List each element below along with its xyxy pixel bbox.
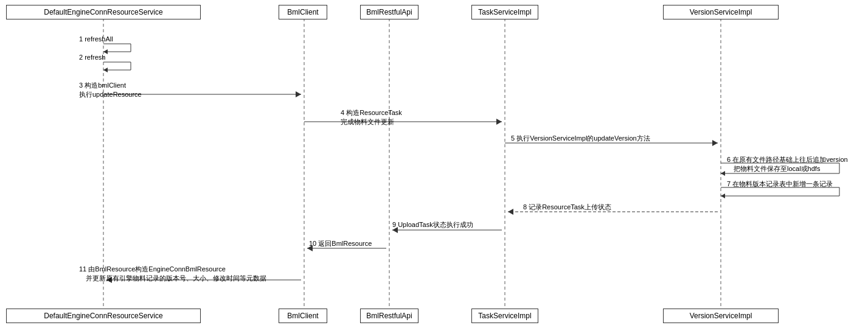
- msg8-label: 8 记录ResourceTask上传状态: [523, 203, 611, 212]
- msg11-label: 11 由BmlResource构造EngineConnBmlResource 并…: [79, 265, 266, 283]
- msg7-label: 7 在物料版本记录表中新增一条记录: [727, 180, 833, 189]
- msg3-label: 3 构造bmlClient执行updateResource: [79, 81, 142, 99]
- msg1-label: 1 refreshAll: [79, 35, 113, 43]
- msg2-label: 2 refresh: [79, 54, 105, 61]
- actor-bottom-versionServiceImpl: VersionServiceImpl: [663, 309, 779, 323]
- actor-top-taskServiceImpl: TaskServiceImpl: [471, 5, 538, 19]
- actor-bottom-bmlRestfulApi: BmlRestfulApi: [360, 309, 418, 323]
- actor-bottom-taskServiceImpl: TaskServiceImpl: [471, 309, 538, 323]
- actor-top-bmlClient: BmlClient: [279, 5, 327, 19]
- actor-top-versionServiceImpl: VersionServiceImpl: [663, 5, 779, 19]
- svg-marker-12: [712, 140, 718, 146]
- msg4-label: 4 构造ResourceTask完成物料文件更新: [341, 108, 402, 127]
- msg9-label: 9 UploadTask状态执行成功: [392, 220, 473, 229]
- svg-marker-14: [721, 194, 725, 198]
- msg10-label: 10 返回BmlResource: [309, 239, 372, 248]
- actor-top-bmlRestfulApi: BmlRestfulApi: [360, 5, 418, 19]
- actor-top-defaultEngine: DefaultEngineConnResourceService: [6, 5, 201, 19]
- msg5-label: 5 执行VersionServiceImpl的updateVersion方法: [511, 134, 650, 143]
- svg-marker-8: [296, 91, 301, 97]
- svg-marker-16: [508, 209, 513, 215]
- msg6-label: 6 在原有文件路径基础上往后追加version 把物料文件保存至local或hd…: [727, 155, 848, 173]
- svg-marker-10: [496, 119, 502, 125]
- actor-bottom-bmlClient: BmlClient: [279, 309, 327, 323]
- svg-marker-13: [721, 171, 725, 176]
- svg-marker-6: [103, 68, 108, 72]
- actor-bottom-defaultEngine: DefaultEngineConnResourceService: [6, 309, 201, 323]
- sequence-diagram: DefaultEngineConnResourceService BmlClie…: [0, 0, 868, 328]
